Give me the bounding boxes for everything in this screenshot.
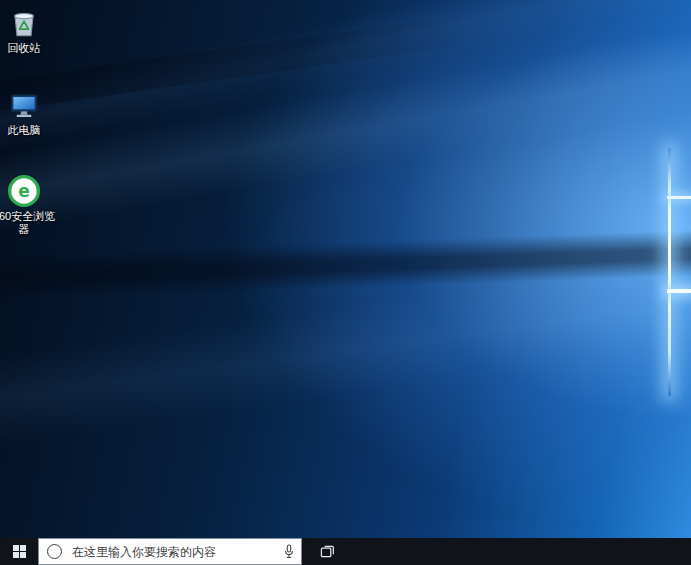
wallpaper-dark-band [0,229,691,301]
wallpaper-light-beam [0,0,691,156]
desktop-icon-label: 此电脑 [0,124,52,137]
taskbar-search-box[interactable] [38,538,302,565]
desktop-icon-recycle-bin[interactable]: 回收站 [0,6,52,55]
desktop-icon-label: 回收站 [0,42,52,55]
wallpaper-window-edge-glow [668,148,671,396]
wallpaper-dark-band [0,12,490,114]
start-button[interactable] [0,538,38,565]
task-view-button[interactable] [310,538,344,565]
desktop-icon-label: 360安全浏览器 [0,210,56,236]
desktop-wallpaper: 回收站 此电脑 e 3 [0,0,691,538]
search-input[interactable] [70,544,279,560]
desktop-icon-this-pc[interactable]: 此电脑 [0,88,52,137]
task-view-icon [320,544,335,559]
taskbar [0,538,691,565]
wallpaper-window-pane-line [667,196,691,199]
cortana-circle-icon [47,544,62,559]
windows-logo-icon [13,545,26,558]
recycle-bin-icon [7,6,41,40]
wallpaper-light-beam [0,239,691,453]
wallpaper-window-pane-line [667,289,691,293]
wallpaper-light-beam [0,6,691,247]
svg-text:e: e [18,181,30,201]
desktop-icon-360-browser[interactable]: e 360安全浏览器 [0,174,56,236]
microphone-icon[interactable] [283,544,295,559]
this-pc-icon [7,88,41,122]
360-browser-icon: e [7,174,41,208]
